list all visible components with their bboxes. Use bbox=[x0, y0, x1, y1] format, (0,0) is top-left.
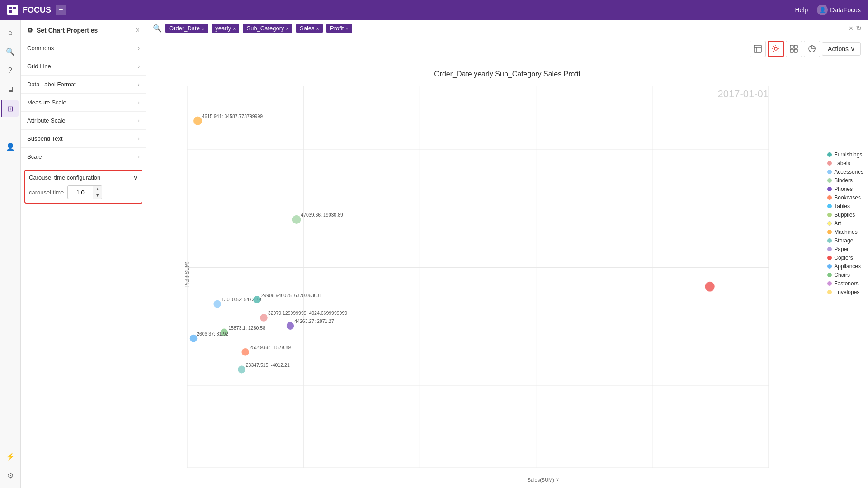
sidebar-item-monitor[interactable]: 🖥 bbox=[2, 81, 19, 98]
legend-item-supplies: Supplies bbox=[827, 212, 863, 218]
clear-search-icon[interactable]: × bbox=[849, 24, 853, 33]
chart-title: Order_Date yearly Sub_Category Sales Pro… bbox=[151, 66, 863, 80]
legend-item-copiers: Copiers bbox=[827, 255, 863, 261]
tag-yearly-close[interactable]: × bbox=[233, 26, 236, 31]
chart-point[interactable] bbox=[213, 300, 221, 308]
tag-sales-close[interactable]: × bbox=[316, 26, 319, 31]
svg-rect-1 bbox=[13, 7, 16, 9]
carousel-decrement-button[interactable]: ▼ bbox=[93, 192, 102, 199]
x-axis-label[interactable]: Sales(SUM) ∨ bbox=[528, 477, 559, 483]
legend-item-machines: Machines bbox=[827, 229, 863, 235]
grid-view-button[interactable] bbox=[786, 41, 802, 57]
chart-point[interactable] bbox=[238, 366, 245, 374]
chart-point[interactable] bbox=[241, 348, 249, 356]
carousel-time-input-wrap: ▲ ▼ bbox=[67, 185, 102, 199]
svg-text:44263.27: 2871.27: 44263.27: 2871.27 bbox=[294, 318, 334, 324]
svg-text:32979.129999999: 4024.66999999: 32979.129999999: 4024.6699999999 bbox=[268, 310, 347, 316]
sidebar-item-table[interactable]: ⊞ bbox=[1, 100, 19, 117]
refresh-search-icon[interactable]: ↻ bbox=[856, 24, 862, 33]
svg-text:23347.515: -4012.21: 23347.515: -4012.21 bbox=[246, 362, 290, 368]
chart-point[interactable] bbox=[292, 215, 301, 224]
svg-text:2606.37: 81.92: 2606.37: 81.92 bbox=[197, 331, 228, 336]
add-tab-button[interactable]: + bbox=[56, 5, 66, 15]
legend-item-furnishings: Furnishings bbox=[827, 152, 863, 158]
svg-rect-7 bbox=[790, 45, 793, 48]
gear-icon: ⚙ bbox=[27, 27, 33, 34]
panel-item-scale[interactable]: Scale › bbox=[21, 148, 146, 166]
sidebar-item-help[interactable]: ? bbox=[2, 62, 19, 79]
chart-container: Order_Date yearly Sub_Category Sales Pro… bbox=[146, 61, 868, 488]
search-bar-actions: × ↻ bbox=[849, 24, 862, 33]
panel-item-datalabel[interactable]: Data Label Format › bbox=[21, 76, 146, 94]
sidebar-item-minus[interactable]: — bbox=[2, 119, 19, 136]
tag-order-date: Order_Date × bbox=[165, 24, 208, 33]
legend-item-fasteners: Fasteners bbox=[827, 280, 863, 287]
svg-point-6 bbox=[774, 47, 777, 50]
main-layout: ⌂ 🔍 ? 🖥 ⊞ — 👤 ⚡ ⚙ ⚙ Set Chart Properties… bbox=[0, 20, 868, 488]
sidebar-item-settings[interactable]: ⚙ bbox=[2, 467, 19, 483]
panel-item-measurescale[interactable]: Measure Scale › bbox=[21, 94, 146, 112]
svg-text:15873.1: 1280.58: 15873.1: 1280.58 bbox=[228, 325, 265, 331]
carousel-time-row: carousel time ▲ ▼ bbox=[29, 185, 138, 199]
help-link[interactable]: Help bbox=[795, 6, 808, 14]
topnav-left: FOCUS + bbox=[7, 5, 66, 15]
tag-order-date-close[interactable]: × bbox=[202, 26, 204, 31]
panel-header: ⚙ Set Chart Properties × bbox=[21, 20, 146, 39]
chart-point[interactable] bbox=[190, 335, 197, 342]
panel-item-suspendtext[interactable]: Suspend Text › bbox=[21, 130, 146, 148]
panel-item-commons[interactable]: Commons › bbox=[21, 39, 146, 57]
carousel-increment-button[interactable]: ▲ bbox=[93, 186, 102, 192]
legend-item-binders: Binders bbox=[827, 177, 863, 184]
chart-settings-button[interactable] bbox=[768, 41, 784, 57]
sidebar-item-search[interactable]: 🔍 bbox=[2, 43, 19, 60]
carousel-section: Carousel time configuration ∨ carousel t… bbox=[24, 170, 142, 204]
chart-point[interactable] bbox=[193, 117, 202, 125]
tag-profit-close[interactable]: × bbox=[345, 26, 348, 31]
carousel-header[interactable]: Carousel time configuration ∨ bbox=[29, 174, 138, 181]
svg-rect-9 bbox=[790, 49, 793, 52]
chart-toolbar: Actions ∨ bbox=[146, 37, 868, 61]
app-title: FOCUS bbox=[23, 5, 51, 15]
analytics-button[interactable] bbox=[804, 41, 820, 57]
actions-button[interactable]: Actions ∨ bbox=[822, 42, 861, 56]
tag-yearly: yearly × bbox=[212, 24, 239, 33]
legend-item-art: Art bbox=[827, 220, 863, 227]
tag-subcategory: Sub_Category × bbox=[243, 24, 292, 33]
chevron-right-icon: › bbox=[138, 45, 140, 52]
panel-item-gridline[interactable]: Grid Line › bbox=[21, 57, 146, 76]
tag-subcategory-close[interactable]: × bbox=[286, 26, 289, 31]
svg-text:25049.66: -1579.89: 25049.66: -1579.89 bbox=[250, 345, 291, 350]
content-area: 🔍 Order_Date × yearly × Sub_Category × S… bbox=[146, 20, 868, 488]
legend-item-envelopes: Envelopes bbox=[827, 289, 863, 295]
legend-item-labels: Labels bbox=[827, 160, 863, 166]
chart-point[interactable] bbox=[253, 296, 260, 303]
panel-item-attributescale[interactable]: Attribute Scale › bbox=[21, 112, 146, 130]
properties-panel: ⚙ Set Chart Properties × Commons › Grid … bbox=[21, 20, 146, 488]
carousel-time-input[interactable] bbox=[68, 188, 93, 197]
chart-point[interactable] bbox=[287, 322, 294, 330]
svg-text:224818.147087: 8316.480307: 224818.147087: 8316.480307 bbox=[663, 86, 726, 87]
chart-point[interactable] bbox=[260, 314, 267, 322]
chevron-right-icon: › bbox=[138, 99, 140, 106]
icon-sidebar: ⌂ 🔍 ? 🖥 ⊞ — 👤 ⚡ ⚙ bbox=[0, 20, 21, 488]
user-menu[interactable]: 👤 DataFocus bbox=[817, 5, 861, 15]
chart-legend: Furnishings Labels Accessories Binders P… bbox=[827, 152, 863, 295]
sidebar-item-person[interactable]: 👤 bbox=[2, 138, 19, 155]
svg-text:29906.940025: 6370.063031: 29906.940025: 6370.063031 bbox=[261, 292, 322, 298]
tag-profit: Profit × bbox=[326, 24, 352, 33]
chart-point[interactable] bbox=[705, 282, 715, 292]
actions-chevron-icon: ∨ bbox=[850, 45, 855, 52]
chevron-right-icon: › bbox=[138, 63, 140, 70]
sidebar-item-analytics[interactable]: ⚡ bbox=[2, 448, 19, 464]
sidebar-item-home[interactable]: ⌂ bbox=[2, 24, 19, 41]
legend-item-phones: Phones bbox=[827, 186, 863, 192]
panel-title: ⚙ Set Chart Properties bbox=[27, 27, 98, 34]
table-view-button[interactable] bbox=[750, 41, 766, 57]
x-axis-dropdown-icon[interactable]: ∨ bbox=[556, 477, 559, 483]
panel-close-button[interactable]: × bbox=[136, 26, 140, 34]
tag-sales: Sales × bbox=[296, 24, 323, 33]
svg-rect-8 bbox=[794, 45, 797, 48]
legend-item-paper: Paper bbox=[827, 246, 863, 252]
svg-rect-0 bbox=[9, 7, 12, 9]
legend-item-bookcases: Bookcases bbox=[827, 194, 863, 201]
